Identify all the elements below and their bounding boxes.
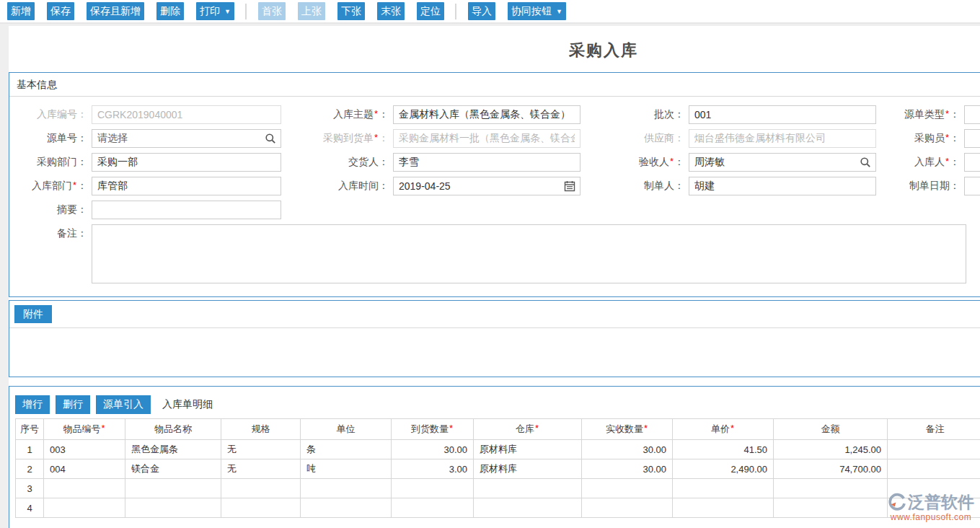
cell-arrival-qty[interactable]: [392, 498, 474, 518]
cell-remark[interactable]: [888, 479, 980, 498]
cell-unit-price[interactable]: [673, 479, 774, 498]
cell-amount[interactable]: [774, 479, 888, 498]
cell-received-qty[interactable]: [582, 479, 673, 498]
attachment-divider: [9, 327, 980, 328]
summary-field[interactable]: [92, 201, 281, 219]
cell-item-name[interactable]: [125, 498, 221, 518]
save-and-new-button[interactable]: 保存且新增: [87, 2, 144, 20]
cell-unit[interactable]: 条: [301, 440, 392, 459]
purchase-dept-field[interactable]: [92, 153, 281, 172]
cell-spec[interactable]: 无: [221, 459, 301, 479]
cell-amount[interactable]: 1,245.00: [774, 440, 888, 459]
toolbar: 新增保存保存且新增删除打印▼首张上张下张末张定位导入协同按钮▼: [0, 0, 980, 24]
last-button[interactable]: 末张: [377, 2, 405, 20]
warehouse-operator-field[interactable]: [964, 153, 980, 172]
doc-creator-field[interactable]: [689, 177, 876, 195]
prev-button[interactable]: 上张: [298, 2, 325, 20]
new-button[interactable]: 新增: [7, 2, 35, 20]
batch-field[interactable]: [689, 105, 876, 124]
cell-item-code[interactable]: 004: [44, 459, 125, 479]
cell-arrival-qty[interactable]: 30.00: [392, 440, 474, 459]
purchase-dept-label: 采购部门：: [9, 156, 92, 169]
print-button[interactable]: 打印▼: [196, 2, 234, 20]
cell-item-name[interactable]: 镁合金: [125, 459, 221, 479]
search-icon[interactable]: [265, 133, 276, 144]
import-button[interactable]: 导入: [468, 2, 495, 20]
cell-received-qty[interactable]: 30.00: [582, 440, 673, 459]
purchaser-label: 采购员*：: [876, 132, 964, 145]
cell-amount[interactable]: [774, 498, 888, 518]
cell-item-code[interactable]: [44, 498, 125, 518]
first-button[interactable]: 首张: [258, 2, 286, 20]
purchase-arrival-order-field-wrap: [393, 129, 581, 148]
cell-warehouse[interactable]: [474, 498, 582, 518]
cell-received-qty[interactable]: 30.00: [582, 459, 673, 479]
purchaser-field[interactable]: [964, 129, 980, 148]
source-no-label: 源单号：: [9, 132, 92, 145]
source-no-field[interactable]: [92, 129, 281, 148]
cell-spec[interactable]: [221, 498, 301, 518]
cell-remark[interactable]: [888, 440, 980, 459]
source-type-field[interactable]: [964, 105, 980, 124]
collaborate-button-label: 协同按钮: [511, 5, 552, 18]
cell-arrival-qty[interactable]: 3.00: [392, 459, 474, 479]
cell-item-code[interactable]: 003: [44, 440, 125, 459]
purchaser-field-wrap: [964, 129, 980, 148]
basic-info-panel: 基本信息 入库编号：入库主题*：批次：源单类型*：源单号：采购到货单*：供应商：…: [9, 72, 980, 297]
cell-spec[interactable]: 无: [221, 440, 301, 459]
save-button[interactable]: 保存: [47, 2, 74, 20]
collaborate-button[interactable]: 协同按钮▼: [508, 2, 566, 20]
cell-amount[interactable]: 74,700.00: [774, 459, 888, 479]
cell-warehouse[interactable]: 原材料库: [474, 459, 582, 479]
locate-button[interactable]: 定位: [417, 2, 444, 20]
attachment-button[interactable]: 附件: [14, 305, 52, 323]
import-button-label: 导入: [472, 5, 492, 18]
inspector-field[interactable]: [689, 153, 876, 172]
cell-unit-price[interactable]: 41.50: [673, 440, 774, 459]
summary-label: 摘要：: [9, 203, 92, 216]
search-icon[interactable]: [860, 157, 871, 168]
entry-subject-field[interactable]: [393, 105, 581, 124]
deliverer-field-wrap: [393, 153, 581, 172]
required-mark: *: [730, 423, 734, 434]
cell-unit-price[interactable]: [673, 498, 774, 518]
cell-remark[interactable]: [888, 498, 980, 518]
doc-date-label: 制单日期：: [876, 180, 964, 193]
delete-row-button[interactable]: 删行: [56, 395, 90, 414]
entry-no-label: 入库编号：: [9, 108, 92, 121]
cell-unit[interactable]: [301, 498, 392, 518]
table-row: 2004镁合金无吨3.00原材料库30.002,490.0074,700.00: [16, 459, 980, 479]
basic-info-form: 入库编号：入库主题*：批次：源单类型*：源单号：采购到货单*：供应商：采购员*：…: [9, 97, 980, 296]
deliverer-field[interactable]: [393, 153, 581, 172]
entry-subject-label: 入库主题*：: [281, 108, 393, 121]
calendar-icon[interactable]: [564, 180, 575, 192]
next-button-label: 下张: [341, 5, 361, 18]
table-row: 1003黑色金属条无条30.00原材料库30.0041.501,245.00: [16, 440, 980, 459]
delete-button[interactable]: 删除: [156, 2, 184, 20]
cell-unit[interactable]: 吨: [301, 459, 392, 479]
cell-remark[interactable]: [888, 459, 980, 479]
doc-date-field-wrap: [964, 177, 980, 195]
warehouse-dept-field[interactable]: [92, 177, 281, 195]
required-mark: *: [73, 180, 76, 190]
import-from-source-button[interactable]: 源单引入: [96, 395, 151, 414]
required-mark: *: [644, 423, 648, 434]
cell-unit-price[interactable]: 2,490.00: [673, 459, 774, 479]
cell-unit[interactable]: [301, 479, 392, 498]
add-row-button[interactable]: 增行: [15, 395, 50, 414]
doc-creator-field-wrap: [689, 177, 876, 195]
cell-spec[interactable]: [221, 479, 301, 498]
cell-arrival-qty[interactable]: [392, 479, 474, 498]
locate-button-label: 定位: [420, 5, 441, 18]
next-button[interactable]: 下张: [337, 2, 365, 20]
cell-item-code[interactable]: [44, 479, 125, 498]
cell-item-name[interactable]: [125, 479, 221, 498]
cell-item-name[interactable]: 黑色金属条: [125, 440, 221, 459]
remarks-field[interactable]: [92, 224, 966, 283]
doc-date-field[interactable]: [964, 177, 980, 195]
delete-button-label: 删除: [160, 5, 180, 18]
cell-received-qty[interactable]: [582, 498, 673, 518]
entry-time-field[interactable]: [393, 177, 581, 195]
cell-warehouse[interactable]: 原材料库: [474, 440, 582, 459]
cell-warehouse[interactable]: [474, 479, 582, 498]
